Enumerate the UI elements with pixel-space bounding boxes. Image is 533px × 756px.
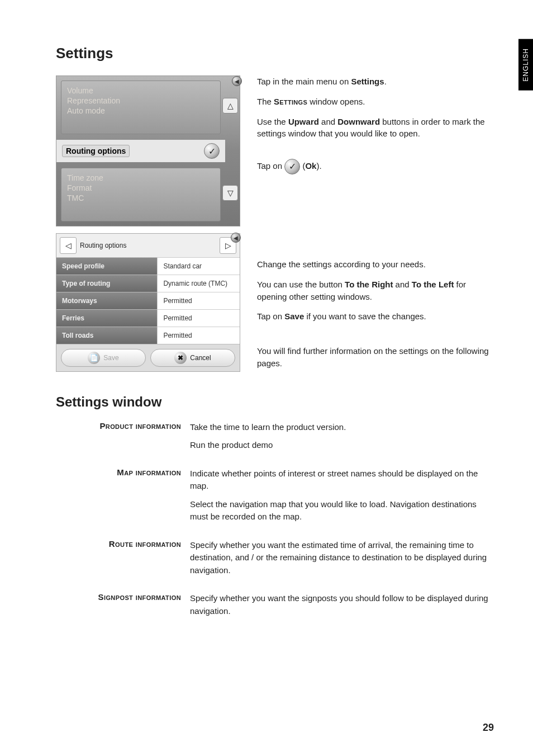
cancel-icon: ✖	[174, 352, 187, 364]
row-label: Toll roads	[56, 327, 157, 344]
ok-icon[interactable]: ✓	[204, 143, 220, 159]
row-label: Ferries	[56, 309, 157, 327]
def-text: Run the product demo	[190, 439, 494, 452]
save-button[interactable]: 📄Save	[61, 349, 146, 367]
settings-menu-screenshot: ◀ Volume Representation Auto mode △ Rout…	[56, 75, 240, 226]
term-signpost-information: Signpost information	[56, 592, 190, 623]
menu-item-volume: Volume	[67, 86, 215, 96]
page-number: 29	[483, 722, 494, 734]
menu-item-tmc: TMC	[67, 193, 215, 203]
settings-window-heading: Settings window	[56, 394, 494, 410]
mid-para-4: You will find further information on the…	[257, 345, 494, 370]
mid-para-3: Tap on Save if you want to save the chan…	[257, 310, 494, 323]
row-value[interactable]: Permitted	[157, 309, 240, 327]
row-label: Type of routing	[56, 275, 157, 292]
term-route-information: Route information	[56, 539, 190, 583]
def-text: Indicate whether points of interest or s…	[190, 467, 494, 493]
language-tab: ENGLISH	[518, 39, 533, 91]
intro-para-2: The Settings window opens.	[257, 96, 494, 108]
page-title: Settings	[56, 45, 494, 62]
save-icon: 📄	[88, 352, 100, 364]
def-text: Specify whether you want the estimated t…	[190, 539, 494, 577]
menu-item-representation: Representation	[67, 96, 215, 106]
up-button[interactable]: △	[222, 98, 238, 114]
routing-options-title: Routing options	[80, 242, 216, 249]
row-label: Speed profile	[56, 257, 157, 275]
mid-para-2: You can use the button To the Right and …	[257, 278, 494, 303]
nav-left-button[interactable]: ◁	[60, 237, 77, 254]
intro-para-4: Tap on ✓ (Ok).	[257, 159, 494, 174]
menu-item-format: Format	[67, 183, 215, 193]
ok-icon-inline: ✓	[284, 159, 300, 174]
term-product-information: Product information	[56, 421, 190, 457]
row-value[interactable]: Dynamic route (TMC)	[157, 275, 240, 292]
intro-para-3: Use the Upward and Downward buttons in o…	[257, 116, 494, 140]
row-label: Motorways	[56, 292, 157, 309]
back-icon: ◀	[232, 76, 242, 86]
menu-item-routing-options[interactable]: Routing options	[62, 145, 130, 157]
cancel-button[interactable]: ✖Cancel	[150, 349, 235, 367]
row-value[interactable]: Standard car	[157, 257, 240, 275]
term-map-information: Map information	[56, 467, 190, 529]
menu-item-auto-mode: Auto mode	[67, 106, 215, 116]
mid-para-1: Change the settings according to your ne…	[257, 258, 494, 271]
row-value[interactable]: Permitted	[157, 327, 240, 344]
def-text: Select the navigation map that you would…	[190, 498, 494, 523]
routing-options-screenshot: ◀ ◁ Routing options ▷ Speed profileStand…	[56, 233, 240, 372]
intro-para-1: Tap in the main menu on Settings.	[257, 75, 494, 88]
row-value[interactable]: Permitted	[157, 292, 240, 309]
menu-item-time-zone: Time zone	[67, 173, 215, 183]
down-button[interactable]: ▽	[222, 185, 238, 201]
back-icon: ◀	[231, 233, 241, 243]
def-text: Take the time to learn the product versi…	[190, 421, 494, 434]
def-text: Specify whether you want the signposts y…	[190, 592, 494, 617]
